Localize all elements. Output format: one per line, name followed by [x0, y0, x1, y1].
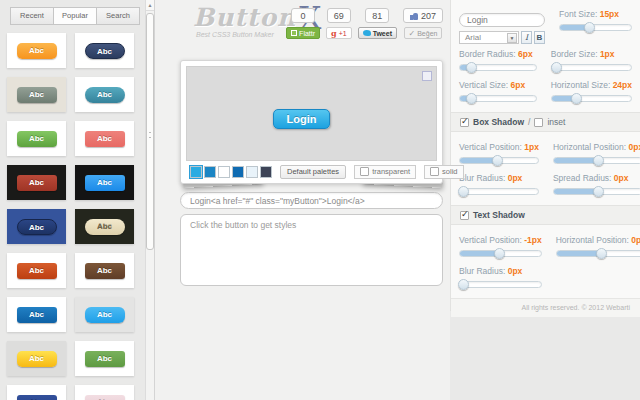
button-sample-card[interactable]: Abc: [7, 297, 66, 332]
button-sample-card[interactable]: Abc: [7, 33, 66, 68]
sample-button[interactable]: Abc: [85, 351, 125, 367]
sample-button[interactable]: Abc: [85, 395, 125, 400]
bold-button[interactable]: B: [534, 31, 545, 44]
scrollbar-thumb[interactable]: [146, 13, 154, 250]
sample-button[interactable]: Abc: [17, 131, 57, 147]
tweet-button[interactable]: Tweet: [358, 27, 397, 39]
italic-button[interactable]: I: [521, 31, 532, 44]
like-count: 207: [403, 8, 443, 23]
palette-swatch[interactable]: [204, 166, 216, 178]
button-sample-card[interactable]: Abc: [75, 209, 134, 244]
button-sample-card[interactable]: Abc: [75, 121, 134, 156]
text-shadow-checkbox[interactable]: [460, 211, 469, 220]
chevron-down-icon[interactable]: ▼: [507, 33, 517, 43]
slider-track[interactable]: [459, 188, 539, 195]
slider-thumb[interactable]: [593, 155, 604, 166]
palette-toolbar: Default palettes transparent solid: [190, 164, 438, 179]
sample-button[interactable]: Abc: [85, 131, 125, 147]
gallery-tab[interactable]: Search: [97, 7, 140, 25]
box-shadow-slider: Spread Radius: 0px: [553, 173, 640, 195]
css-output-textarea[interactable]: Click the button to get styles: [180, 214, 443, 286]
palette-swatch[interactable]: [218, 166, 230, 178]
slider-thumb[interactable]: [596, 248, 607, 259]
slider-track[interactable]: [459, 64, 537, 71]
button-sample-card[interactable]: Abc: [7, 121, 66, 156]
scroll-up-arrow-icon[interactable]: ▲: [146, 0, 154, 11]
inset-checkbox[interactable]: [534, 118, 543, 127]
button-sample-card[interactable]: Abc: [7, 209, 66, 244]
button-sample-card[interactable]: Abc: [75, 341, 134, 376]
slider-thumb[interactable]: [458, 279, 469, 290]
font-family-select[interactable]: Arial ▼: [459, 31, 519, 44]
slider-thumb[interactable]: [571, 93, 582, 104]
button-sample-card[interactable]: Abc: [75, 385, 134, 400]
dimension-slider: Horizontal Size: 24px: [551, 80, 632, 102]
preview-login-button[interactable]: Login: [273, 109, 331, 129]
dimension-slider: Border Radius: 6px: [459, 49, 537, 71]
gallery-tab[interactable]: Popular: [54, 7, 97, 25]
button-sample-card[interactable]: Abc: [7, 385, 66, 400]
button-sample-card[interactable]: Abc: [75, 297, 134, 332]
sample-button[interactable]: Abc: [17, 175, 57, 191]
transparent-checkbox[interactable]: transparent: [354, 165, 416, 179]
color-picker-icon[interactable]: [422, 71, 432, 81]
button-sample-card[interactable]: Abc: [7, 341, 66, 376]
sample-button[interactable]: Abc: [17, 43, 57, 59]
button-sample-card[interactable]: Abc: [75, 77, 134, 112]
gallery-tab[interactable]: Recent: [10, 7, 54, 25]
checkbox-icon[interactable]: [360, 167, 369, 176]
slider-track[interactable]: [551, 95, 632, 102]
sample-button[interactable]: Abc: [17, 263, 57, 279]
slider-thumb[interactable]: [584, 22, 595, 33]
sidebar-scrollbar[interactable]: ▲: [145, 0, 155, 400]
slider-track[interactable]: [553, 188, 640, 195]
slider-thumb[interactable]: [492, 155, 503, 166]
sample-button[interactable]: Abc: [17, 87, 57, 103]
google-plus-button[interactable]: g +1: [326, 27, 352, 39]
button-sample-card[interactable]: Abc: [7, 253, 66, 288]
slider-thumb[interactable]: [466, 62, 477, 73]
sample-button[interactable]: Abc: [85, 175, 125, 191]
slider-thumb[interactable]: [551, 62, 562, 73]
slider-track[interactable]: [553, 157, 640, 164]
palette-swatch[interactable]: [260, 166, 272, 178]
sample-button[interactable]: Abc: [17, 351, 57, 367]
slider-track[interactable]: [551, 64, 632, 71]
slider-thumb[interactable]: [458, 186, 469, 197]
slider-track[interactable]: [459, 95, 537, 102]
sample-button[interactable]: Abc: [85, 307, 125, 323]
default-palettes-button[interactable]: Default palettes: [280, 165, 346, 179]
flattr-button[interactable]: Flattr: [286, 27, 320, 39]
sample-button[interactable]: Abc: [85, 43, 125, 59]
sample-button[interactable]: Abc: [17, 395, 57, 400]
slider-track[interactable]: [459, 250, 542, 257]
button-sample-card[interactable]: Abc: [75, 33, 134, 68]
google-plus-icon: g: [331, 28, 337, 38]
like-button[interactable]: ✓ Beğen: [404, 27, 443, 39]
button-sample-card[interactable]: Abc: [75, 253, 134, 288]
sample-button[interactable]: Abc: [85, 87, 125, 103]
sample-button[interactable]: Abc: [17, 219, 57, 235]
slider-track[interactable]: [459, 281, 542, 288]
box-shadow-checkbox[interactable]: [460, 118, 469, 127]
slider-track[interactable]: [459, 157, 539, 164]
sample-button[interactable]: Abc: [17, 307, 57, 323]
slider-thumb[interactable]: [494, 248, 505, 259]
social-share-bar: 0 Flattr 69 g +1 81 Tweet 207: [286, 8, 443, 39]
palette-swatch[interactable]: [190, 166, 202, 178]
button-sample-card[interactable]: Abc: [75, 165, 134, 200]
slider-thumb[interactable]: [593, 186, 604, 197]
solid-checkbox[interactable]: solid: [424, 165, 463, 179]
button-sample-card[interactable]: Abc: [7, 77, 66, 112]
button-sample-card[interactable]: Abc: [7, 165, 66, 200]
slider-track[interactable]: [556, 250, 640, 257]
palette-swatch[interactable]: [232, 166, 244, 178]
slider-track[interactable]: [559, 24, 632, 31]
html-code-input[interactable]: [180, 192, 443, 209]
sample-button[interactable]: Abc: [85, 219, 125, 235]
checkbox-icon[interactable]: [430, 167, 439, 176]
palette-swatch[interactable]: [246, 166, 258, 178]
button-text-input[interactable]: [459, 13, 545, 27]
sample-button[interactable]: Abc: [85, 263, 125, 279]
slider-thumb[interactable]: [466, 93, 477, 104]
